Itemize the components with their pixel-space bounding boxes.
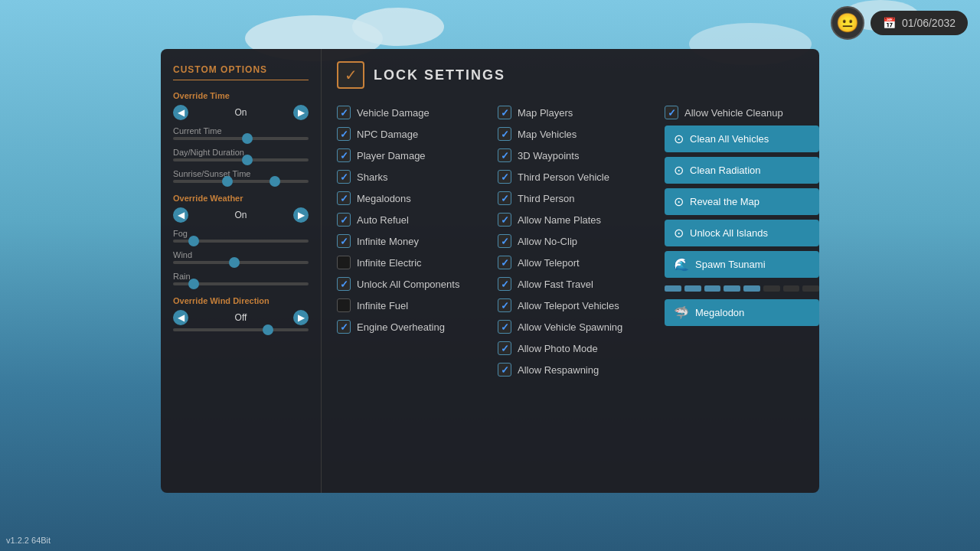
date-badge: 📅 01/06/2032 bbox=[871, 11, 968, 35]
cb-third-person-vehicle-box[interactable] bbox=[498, 170, 511, 184]
rain-slider[interactable] bbox=[173, 282, 309, 285]
spawn-tsunami-label: Spawn Tsunami bbox=[695, 259, 766, 270]
cb-vehicle-cleanup-label: Allow Vehicle Cleanup bbox=[684, 107, 783, 119]
cb-sharks-box[interactable] bbox=[337, 170, 351, 184]
cb-map-vehicles-label: Map Vehicles bbox=[518, 129, 577, 140]
tsunami-icon: 🌊 bbox=[674, 257, 689, 272]
cb-infinite-money: Infinite Money bbox=[337, 233, 498, 249]
cb-map-players: Map Players bbox=[498, 104, 658, 121]
unlock-islands-button[interactable]: ⊙ Unlock All Islands bbox=[665, 220, 819, 246]
cb-player-damage-label: Player Damage bbox=[357, 150, 426, 161]
avatar-button[interactable]: 😐 bbox=[831, 6, 864, 40]
column-3: Allow Vehicle Cleanup ⊙ Clean All Vehicl… bbox=[658, 104, 819, 378]
override-weather-row: ◀ On ▶ bbox=[173, 207, 309, 223]
cb-3d-waypoints: 3D Waypoints bbox=[498, 147, 658, 164]
cb-infinite-fuel: Infinite Fuel bbox=[337, 297, 498, 314]
override-time-value: On bbox=[191, 107, 290, 118]
cb-fast-travel-label: Allow Fast Travel bbox=[518, 279, 593, 290]
cb-player-damage-box[interactable] bbox=[337, 148, 351, 162]
cb-map-players-box[interactable] bbox=[498, 106, 511, 119]
megalodon-label: Megalodon bbox=[695, 307, 744, 318]
cb-map-vehicles-box[interactable] bbox=[498, 127, 511, 141]
progress-seg-2 bbox=[684, 285, 701, 292]
cb-megalodons-box[interactable] bbox=[337, 191, 351, 205]
progress-seg-6 bbox=[763, 285, 780, 292]
day-night-slider[interactable] bbox=[173, 158, 309, 161]
spawn-tsunami-button[interactable]: 🌊 Spawn Tsunami bbox=[665, 251, 819, 278]
cb-npc-damage-label: NPC Damage bbox=[357, 129, 418, 140]
cloud-2 bbox=[352, 8, 444, 46]
megalodon-button[interactable]: 🦈 Megalodon bbox=[665, 299, 819, 326]
cb-vehicle-spawning: Allow Vehicle Spawning bbox=[498, 318, 658, 335]
cb-3d-waypoints-box[interactable] bbox=[498, 148, 511, 162]
cb-engine-overheating-label: Engine Overheating bbox=[357, 321, 445, 333]
override-time-prev[interactable]: ◀ bbox=[173, 105, 188, 120]
cb-vehicle-spawning-box[interactable] bbox=[498, 320, 511, 334]
progress-bar bbox=[665, 285, 819, 292]
reveal-map-icon: ⊙ bbox=[674, 194, 684, 209]
cb-infinite-fuel-label: Infinite Fuel bbox=[357, 300, 408, 311]
cb-infinite-electric-label: Infinite Electric bbox=[357, 257, 422, 269]
cb-engine-overheating: Engine Overheating bbox=[337, 318, 498, 335]
cb-infinite-fuel-box[interactable] bbox=[337, 298, 351, 312]
cb-auto-refuel-box[interactable] bbox=[337, 213, 351, 227]
top-bar: 😐 📅 01/06/2032 bbox=[818, 0, 980, 46]
cb-unlock-components-label: Unlock All Components bbox=[357, 279, 459, 290]
override-weather-value: On bbox=[191, 210, 290, 220]
cb-teleport: Allow Teleport bbox=[498, 254, 658, 271]
cb-infinite-money-box[interactable] bbox=[337, 234, 351, 248]
cb-respawning-label: Allow Respawning bbox=[518, 364, 599, 376]
cb-no-clip-box[interactable] bbox=[498, 234, 511, 248]
current-time-slider[interactable] bbox=[173, 137, 309, 140]
main-panel: CUSTOM OPTIONS Override Time ◀ On ▶ Curr… bbox=[161, 49, 819, 493]
cb-vehicle-damage: Vehicle Damage bbox=[337, 104, 498, 121]
current-time-label: Current Time bbox=[173, 126, 309, 135]
cb-player-damage: Player Damage bbox=[337, 147, 498, 164]
cb-vehicle-cleanup-box[interactable] bbox=[665, 106, 678, 119]
override-weather-next[interactable]: ▶ bbox=[293, 207, 309, 223]
override-wind-value: Off bbox=[191, 312, 290, 323]
cb-teleport-box[interactable] bbox=[498, 256, 511, 269]
override-wind-prev[interactable]: ◀ bbox=[173, 310, 188, 325]
override-time-row: ◀ On ▶ bbox=[173, 105, 309, 120]
clean-all-vehicles-button[interactable]: ⊙ Clean All Vehicles bbox=[665, 126, 819, 152]
cb-photo-mode: Allow Photo Mode bbox=[498, 340, 658, 357]
wind-dir-slider[interactable] bbox=[173, 328, 309, 331]
progress-seg-5 bbox=[743, 285, 760, 292]
cb-unlock-components-box[interactable] bbox=[337, 277, 351, 291]
lock-checkbox[interactable]: ✓ bbox=[337, 61, 364, 89]
cb-respawning-box[interactable] bbox=[498, 363, 511, 377]
cb-teleport-vehicles: Allow Teleport Vehicles bbox=[498, 297, 658, 314]
cb-photo-mode-label: Allow Photo Mode bbox=[518, 343, 598, 354]
cb-npc-damage-box[interactable] bbox=[337, 127, 351, 141]
clean-radiation-button[interactable]: ⊙ Clean Radiation bbox=[665, 157, 819, 184]
cb-name-plates-box[interactable] bbox=[498, 213, 511, 227]
cb-fast-travel-box[interactable] bbox=[498, 277, 511, 291]
cb-third-person-vehicle-label: Third Person Vehicle bbox=[518, 171, 609, 183]
cb-photo-mode-box[interactable] bbox=[498, 341, 511, 355]
override-time-next[interactable]: ▶ bbox=[293, 105, 309, 120]
override-wind-next[interactable]: ▶ bbox=[293, 310, 309, 325]
options-grid: Vehicle Damage NPC Damage Player Damage … bbox=[337, 104, 819, 378]
override-weather-prev[interactable]: ◀ bbox=[173, 207, 188, 223]
cb-map-vehicles: Map Vehicles bbox=[498, 126, 658, 142]
cb-megalodons: Megalodons bbox=[337, 190, 498, 207]
clean-all-label: Clean All Vehicles bbox=[690, 133, 769, 145]
override-wind-dir-row: ◀ Off ▶ bbox=[173, 310, 309, 325]
cb-engine-overheating-box[interactable] bbox=[337, 320, 351, 334]
version-text: v1.2.2 64Bit bbox=[6, 536, 51, 545]
wind-slider[interactable] bbox=[173, 261, 309, 264]
fog-slider[interactable] bbox=[173, 240, 309, 243]
reveal-map-button[interactable]: ⊙ Reveal the Map bbox=[665, 188, 819, 215]
cb-vehicle-damage-box[interactable] bbox=[337, 106, 351, 119]
cb-third-person-box[interactable] bbox=[498, 191, 511, 205]
cb-teleport-vehicles-box[interactable] bbox=[498, 298, 511, 312]
cb-teleport-vehicles-label: Allow Teleport Vehicles bbox=[518, 300, 619, 311]
clean-radiation-icon: ⊙ bbox=[674, 163, 684, 178]
lock-title: LOCK SETTINGS bbox=[374, 67, 505, 83]
cb-auto-refuel-label: Auto Refuel bbox=[357, 214, 409, 226]
cb-infinite-money-label: Infinite Money bbox=[357, 236, 419, 247]
cb-infinite-electric-box[interactable] bbox=[337, 256, 351, 269]
cb-sharks: Sharks bbox=[337, 168, 498, 185]
sunrise-slider[interactable] bbox=[173, 180, 309, 183]
